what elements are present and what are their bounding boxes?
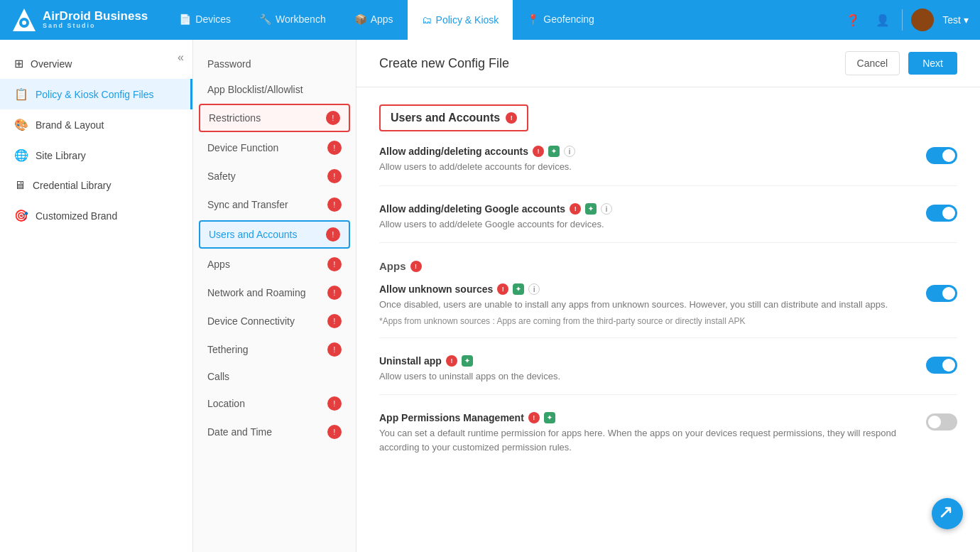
setting-3-label: Allow unknown sources bbox=[379, 283, 493, 295]
header-actions: Cancel Next bbox=[845, 51, 957, 75]
mid-item-users-accounts[interactable]: Users and Accounts ! bbox=[199, 220, 350, 249]
mid-item-password[interactable]: Password bbox=[193, 51, 356, 77]
nav-items: 📄 Devices 🔧 Workbench 📦 Apps 🗂 Policy & … bbox=[165, 0, 842, 40]
sidebar-item-overview[interactable]: ⊞ Overview bbox=[0, 48, 192, 79]
setting-allow-unknown-sources: Allow unknown sources ! ✦ i Once disable… bbox=[379, 283, 957, 338]
site-library-icon: 🌐 bbox=[14, 148, 28, 162]
mid-item-device-function-badge: ! bbox=[327, 141, 342, 155]
setting-3-info-badge[interactable]: i bbox=[528, 283, 540, 295]
cancel-button[interactable]: Cancel bbox=[845, 51, 900, 75]
sidebar-collapse-button[interactable]: « bbox=[178, 51, 184, 64]
nav-user-name: Test bbox=[942, 14, 961, 26]
setting-5-red-badge: ! bbox=[528, 412, 540, 423]
setting-2-label: Allow adding/deleting Google accounts bbox=[379, 203, 565, 215]
setting-uninstall-app: Uninstall app ! ✦ Allow users to uninsta… bbox=[379, 355, 957, 396]
mid-item-app-blocklist[interactable]: App Blocklist/Allowlist bbox=[193, 77, 356, 102]
toggle-allow-add-delete-accounts[interactable] bbox=[926, 147, 957, 164]
nav-apps-label: Apps bbox=[371, 13, 393, 25]
toggle-unknown-sources[interactable] bbox=[926, 285, 957, 302]
sidebar-item-overview-label: Overview bbox=[31, 58, 72, 70]
setting-name-2: Allow adding/deleting Google accounts ! … bbox=[379, 203, 909, 215]
avatar[interactable] bbox=[911, 9, 934, 31]
top-navigation: AirDroid Business Sand Studio 📄 Devices … bbox=[0, 0, 980, 40]
setting-5-label: App Permissions Management bbox=[379, 412, 524, 423]
sidebar-item-policy-kiosk[interactable]: 📋 Policy & Kiosk Config Files bbox=[0, 79, 192, 109]
nav-apps[interactable]: 📦 Apps bbox=[340, 0, 408, 40]
setting-4-red-badge: ! bbox=[446, 355, 457, 367]
apps-section-badge: ! bbox=[410, 261, 422, 272]
setting-allow-add-delete-accounts: Allow adding/deleting accounts ! ✦ i All… bbox=[379, 146, 957, 186]
sidebar-item-credential-library[interactable]: 🖥 Credential Library bbox=[0, 171, 192, 200]
toggle-allow-add-delete-google[interactable] bbox=[926, 205, 957, 222]
mid-item-sync-badge: ! bbox=[327, 197, 342, 212]
nav-workbench-label: Workbench bbox=[276, 13, 326, 25]
main-header: Create new Config File Cancel Next bbox=[356, 40, 980, 87]
nav-workbench[interactable]: 🔧 Workbench bbox=[245, 0, 340, 40]
nav-divider bbox=[902, 9, 903, 31]
mid-item-apps[interactable]: Apps ! bbox=[193, 250, 356, 278]
mid-item-apps-label: Apps bbox=[207, 259, 230, 270]
mid-item-device-function[interactable]: Device Function ! bbox=[193, 134, 356, 162]
mid-item-network-roaming[interactable]: Network and Roaming ! bbox=[193, 278, 356, 307]
mid-item-tethering-label: Tethering bbox=[207, 344, 249, 355]
sidebar-menu: ⊞ Overview 📋 Policy & Kiosk Config Files… bbox=[0, 40, 192, 231]
brand-layout-icon: 🎨 bbox=[14, 118, 28, 131]
nav-user[interactable]: Test ▾ bbox=[942, 14, 969, 26]
setting-1-info-badge[interactable]: i bbox=[564, 146, 575, 157]
setting-info-2: Allow adding/deleting Google accounts ! … bbox=[379, 203, 926, 232]
app-logo[interactable]: AirDroid Business Sand Studio bbox=[11, 7, 148, 33]
mid-item-location-label: Location bbox=[207, 398, 245, 409]
mid-item-datetime-badge: ! bbox=[327, 425, 342, 439]
sidebar-item-brand-layout[interactable]: 🎨 Brand & Layout bbox=[0, 109, 192, 140]
content-body: Users and Accounts ! Allow adding/deleti… bbox=[356, 87, 980, 552]
setting-app-permissions: App Permissions Management ! ✦ You can s… bbox=[379, 412, 957, 465]
help-icon[interactable]: ❓ bbox=[842, 9, 864, 31]
mid-item-location[interactable]: Location ! bbox=[193, 389, 356, 418]
fab-button[interactable] bbox=[932, 498, 963, 529]
mid-item-restrictions-badge: ! bbox=[326, 111, 340, 125]
setting-1-label: Allow adding/deleting accounts bbox=[379, 146, 528, 157]
mid-item-sync-transfer[interactable]: Sync and Transfer ! bbox=[193, 190, 356, 219]
mid-item-device-function-label: Device Function bbox=[207, 142, 278, 153]
mid-item-network-label: Network and Roaming bbox=[207, 287, 306, 298]
setting-2-info-badge[interactable]: i bbox=[601, 203, 612, 215]
mid-item-device-connectivity[interactable]: Device Connectivity ! bbox=[193, 307, 356, 335]
mid-item-location-badge: ! bbox=[327, 396, 342, 411]
nav-user-chevron: ▾ bbox=[964, 14, 969, 26]
mid-item-calls[interactable]: Calls bbox=[193, 364, 356, 389]
nav-geofencing[interactable]: 📍 Geofencing bbox=[513, 0, 609, 40]
users-accounts-section-header: Users and Accounts ! bbox=[379, 104, 528, 131]
nav-right: ❓ 👤 Test ▾ bbox=[842, 9, 969, 31]
logo-main-text: AirDroid Business bbox=[43, 10, 148, 23]
setting-3-green-badge: ✦ bbox=[513, 283, 524, 295]
mid-item-safety-badge: ! bbox=[327, 169, 342, 183]
mid-item-restrictions[interactable]: Restrictions ! bbox=[199, 104, 350, 132]
setting-5-green-badge: ✦ bbox=[544, 412, 555, 423]
mid-panel: Password App Blocklist/Allowlist Restric… bbox=[193, 40, 356, 552]
nav-policy-kiosk[interactable]: 🗂 Policy & Kiosk bbox=[408, 0, 513, 40]
notification-icon[interactable]: 👤 bbox=[872, 9, 893, 31]
logo-icon bbox=[11, 7, 37, 33]
setting-3-red-badge: ! bbox=[497, 283, 508, 295]
mid-item-users-label: Users and Accounts bbox=[209, 229, 298, 240]
mid-item-tethering[interactable]: Tethering ! bbox=[193, 335, 356, 364]
setting-info-4: Uninstall app ! ✦ Allow users to uninsta… bbox=[379, 355, 926, 384]
mid-item-network-badge: ! bbox=[327, 286, 342, 300]
sidebar-item-credential-label: Credential Library bbox=[33, 180, 111, 191]
nav-devices[interactable]: 📄 Devices bbox=[165, 0, 245, 40]
mid-item-safety-label: Safety bbox=[207, 171, 236, 182]
mid-item-safety[interactable]: Safety ! bbox=[193, 162, 356, 190]
setting-5-desc: You can set a default runtime permission… bbox=[379, 426, 909, 454]
next-button[interactable]: Next bbox=[908, 52, 957, 75]
mid-item-calls-label: Calls bbox=[207, 371, 229, 382]
setting-1-green-badge: ✦ bbox=[548, 146, 560, 157]
toggle-uninstall-app[interactable] bbox=[926, 357, 957, 374]
toggle-app-permissions[interactable] bbox=[926, 413, 957, 431]
sidebar-item-customized-brand[interactable]: 🎯 Customized Brand bbox=[0, 200, 192, 231]
sidebar-item-site-library[interactable]: 🌐 Site Library bbox=[0, 140, 192, 171]
mid-item-date-time[interactable]: Date and Time ! bbox=[193, 418, 356, 446]
setting-allow-add-delete-google: Allow adding/deleting Google accounts ! … bbox=[379, 203, 957, 244]
mid-item-apps-badge: ! bbox=[327, 257, 342, 271]
nav-geofencing-label: Geofencing bbox=[543, 13, 594, 25]
customized-brand-icon: 🎯 bbox=[14, 209, 28, 222]
